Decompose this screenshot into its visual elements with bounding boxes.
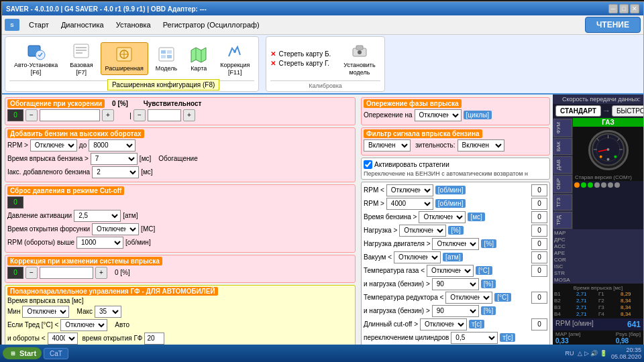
right-sidebar: Скорость передачи данных: СТАНДАРТ → БЫС… bbox=[553, 95, 643, 360]
speed-title: Скорость передачи данных: bbox=[553, 95, 643, 104]
gas-temp-unit: [°C] bbox=[476, 266, 492, 275]
speed-buttons: СТАНДАРТ → БЫСТРО bbox=[553, 104, 643, 118]
fast-btn[interactable]: БЫСТРО bbox=[612, 105, 643, 117]
activation-select[interactable]: 2,5 bbox=[74, 210, 121, 222]
menu-install[interactable]: Установка bbox=[111, 19, 156, 30]
accel-input[interactable] bbox=[40, 109, 100, 121]
switching-params-section: RPM < Отключен [об/мин] 0 RPM > 4000 [об… bbox=[361, 182, 550, 357]
engine-load-select[interactable]: Отключен bbox=[432, 238, 479, 250]
long-cutoff-select[interactable]: Отключен bbox=[420, 318, 467, 330]
taskbar-cat-item[interactable]: CaT bbox=[44, 348, 68, 359]
strategy-label: Активировать стратегии bbox=[374, 161, 449, 168]
inj-corr-plus[interactable]: + bbox=[95, 267, 107, 279]
time-benzin-num: 0 bbox=[531, 211, 547, 223]
tgz-btn[interactable]: ТГЗ bbox=[553, 194, 572, 210]
accel-plus-btn[interactable]: + bbox=[102, 109, 114, 121]
phase-enabled-select[interactable]: Отключен bbox=[415, 109, 462, 121]
rpm-above-select[interactable]: 1000 bbox=[76, 237, 123, 249]
gas-load-select[interactable]: 90 bbox=[432, 278, 479, 290]
sens-input[interactable] bbox=[148, 109, 181, 121]
set-model-label: Установитьмодель bbox=[343, 62, 375, 76]
erase-b-label[interactable]: Стереть карту Б. bbox=[278, 50, 331, 58]
window-title: SAVER - 4.0.10.0 | G4 SAVER - 4.0 r1 (9.… bbox=[6, 5, 207, 13]
max-added-row: Iакс. добавленого бензина 2 [мс] bbox=[7, 166, 353, 178]
menu-recorder[interactable]: Регистратор (Осциллограф) bbox=[158, 19, 265, 30]
left-panel: Обогащение при ускорении 0 [%] Чувствите… bbox=[2, 95, 358, 360]
rpm-gt-select[interactable]: 4000 bbox=[386, 198, 433, 210]
gas-temp-select[interactable]: Отключен bbox=[427, 265, 474, 277]
min-select[interactable]: Отключен bbox=[22, 306, 69, 318]
dav-btn[interactable]: ДАВ bbox=[553, 156, 572, 174]
filter-select[interactable]: Включен bbox=[364, 139, 411, 152]
max-added-select[interactable]: 2 bbox=[92, 166, 139, 178]
correction-label: Коррекция[F11] bbox=[220, 62, 250, 76]
correction-btn[interactable]: Коррекция[F11] bbox=[215, 39, 254, 79]
inj-time-select[interactable]: 7 bbox=[91, 153, 138, 165]
max-select[interactable]: 35 bbox=[95, 306, 121, 318]
obr-btn[interactable]: ОБР bbox=[553, 175, 572, 193]
open-time-select[interactable]: Отключен bbox=[92, 223, 139, 235]
vak-btn[interactable]: ВАК bbox=[553, 138, 572, 155]
open-time-gf-input[interactable] bbox=[144, 333, 164, 345]
b1-label: B1 bbox=[554, 291, 576, 297]
trd-btn[interactable]: ТРД bbox=[553, 212, 572, 229]
auto-install-btn[interactable]: Авто-Установка[F6] bbox=[9, 39, 62, 79]
dot-gray3 bbox=[608, 182, 613, 188]
open-time-row: Время открытия форсунки Отключен [МС] bbox=[7, 223, 353, 235]
psys-value: 0,98 bbox=[616, 337, 641, 345]
rpm-low-select[interactable]: 4000 bbox=[48, 333, 78, 345]
fum-btn[interactable]: ФУМ bbox=[553, 119, 572, 137]
sens-plus-btn[interactable]: + bbox=[183, 109, 195, 121]
set-model-btn[interactable]: Установитьмодель bbox=[339, 39, 380, 79]
set-model-icon bbox=[350, 42, 369, 60]
open-time-gf-label: время открытия ГФ bbox=[83, 335, 143, 342]
phase-enabled-label: Опережение на bbox=[364, 111, 413, 119]
accel-controls: 0 − + | − + bbox=[7, 109, 353, 121]
filter-sens-select[interactable]: Включен bbox=[458, 139, 504, 152]
tred-select[interactable]: Отключен bbox=[60, 319, 107, 331]
old-version-label: Старая версия (COMт) bbox=[573, 174, 643, 181]
svg-point-33 bbox=[614, 156, 616, 158]
g2-label: Г2 bbox=[598, 298, 620, 304]
extended-icon bbox=[115, 45, 133, 64]
inj-corr-input[interactable] bbox=[40, 267, 93, 279]
erase-g-label[interactable]: Стереть карту Г. bbox=[278, 60, 329, 67]
open-time-label: Время открытия форсунки bbox=[7, 225, 90, 233]
ribbon: Авто-Установка[F6] Базовая[F7] bbox=[2, 35, 643, 95]
menu-start[interactable]: Старт bbox=[23, 19, 54, 30]
time-benzin-select[interactable]: Отключен bbox=[419, 211, 466, 223]
basic-btn[interactable]: Базовая[F7] bbox=[65, 39, 97, 79]
inj-corr-minus[interactable]: − bbox=[25, 267, 38, 279]
cylinder-select[interactable]: 0,5 bbox=[451, 332, 498, 344]
close-btn[interactable]: ✕ bbox=[630, 4, 639, 13]
svg-rect-2 bbox=[74, 44, 89, 58]
standard-btn[interactable]: СТАНДАРТ bbox=[555, 105, 601, 117]
strategy-checkbox[interactable] bbox=[364, 160, 372, 169]
vacuum-select[interactable]: Отключен bbox=[394, 251, 441, 263]
rpm-lt-label: RPM < bbox=[364, 186, 384, 194]
map-btn[interactable]: Карта bbox=[184, 42, 213, 75]
engine-load-unit: [%] bbox=[481, 239, 496, 248]
accel-minus-btn[interactable]: − bbox=[25, 109, 38, 121]
b3-label: B3 bbox=[554, 304, 576, 310]
rpm-to-select[interactable]: 8000 bbox=[89, 139, 136, 152]
reducer-temp-select[interactable]: Отключен bbox=[445, 292, 492, 304]
high-rpm-title-text: Добавить бензин на высоких оборотах bbox=[7, 129, 144, 138]
accel-pct-label: 0 [%] bbox=[112, 100, 128, 107]
maximize-btn[interactable]: □ bbox=[619, 4, 629, 13]
max-added-label: Iакс. добавленого бензина bbox=[7, 168, 90, 176]
rpm-from-select[interactable]: Отключен bbox=[30, 139, 77, 152]
minimize-btn[interactable]: ─ bbox=[608, 4, 618, 13]
signal-filter-section: Фильтр сигнала впрыска бензина Включен з… bbox=[361, 127, 550, 156]
start-button[interactable]: ⊞ Start bbox=[3, 347, 42, 359]
sens-minus-btn[interactable]: − bbox=[133, 109, 146, 121]
model-btn[interactable]: Модель bbox=[151, 42, 182, 75]
main-content: Обогащение при ускорении 0 [%] Чувствите… bbox=[2, 95, 643, 360]
load-select[interactable]: Отключен bbox=[399, 225, 446, 237]
reducer-load-select[interactable]: 90 bbox=[432, 305, 479, 317]
min-max-row: Мин Отключен Макс 35 bbox=[7, 306, 353, 318]
rpm-lt-select[interactable]: Отключен bbox=[386, 184, 433, 196]
reading-button[interactable]: ЧТЕНИЕ bbox=[585, 17, 641, 33]
menu-diagnostics[interactable]: Диагностика bbox=[56, 19, 109, 30]
extended-btn[interactable]: Расширенная bbox=[101, 42, 148, 75]
